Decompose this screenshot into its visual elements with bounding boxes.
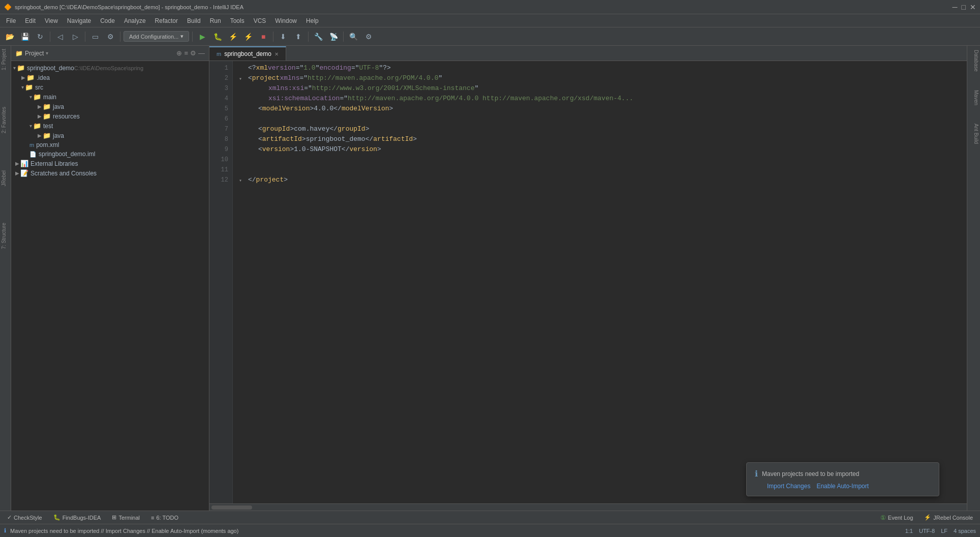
menu-tools[interactable]: Tools [226,16,249,26]
tree-root[interactable]: ▾ 📁 springboot_demo C:\IDEA\DemoSpace\sp… [11,63,209,73]
project-folder-icon: 📁 [15,50,23,57]
checkstyle-label: CheckStyle [14,515,42,521]
bottom-tab-findbugs[interactable]: 🐛 FindBugs-IDEA [48,512,106,524]
tree-external-libraries[interactable]: ▶ 📊 External Libraries [11,159,209,168]
sidebar-antbuild-tab[interactable]: Ant Build [967,120,980,148]
menu-code[interactable]: Code [96,16,119,26]
toolbar-run2-btn[interactable]: ⚡ [226,30,239,43]
sidebar-maven-tab[interactable]: Maven [967,86,980,109]
sidebar-database-tab[interactable]: Database [967,46,980,76]
import-notification: ℹ Maven projects need to be imported Imp… [746,462,939,496]
project-settings-btn[interactable]: ⚙ [190,49,196,57]
status-position[interactable]: 1:1 [905,528,913,534]
project-close-btn[interactable]: — [198,49,205,57]
toolbar-gear-btn[interactable]: ⚙ [104,30,117,43]
toolbar-search-btn[interactable]: 🔍 [347,30,360,43]
toolbar-save-btn[interactable]: 💾 [18,30,32,43]
root-name: springboot_demo [27,65,74,72]
line-num-3: 3 [211,83,228,94]
extlib-arrow-icon: ▶ [13,161,19,166]
toolbar-settings-btn[interactable]: ⚙ [362,30,375,43]
project-dropdown-icon[interactable]: ▾ [46,50,48,56]
toolbar-build-btn[interactable]: ⬇ [277,30,290,43]
sidebar-project-tab[interactable]: 1: Project [0,46,11,73]
toolbar-back-btn[interactable]: ◁ [53,30,67,43]
tree-test[interactable]: ▾ 📁 test [11,121,209,131]
sidebar-favorites-tab[interactable]: 2: Favorites [0,104,11,136]
toolbar-stop-btn[interactable]: ■ [257,30,270,43]
toolbar-run-btn[interactable]: ▶ [196,30,209,43]
bottom-tab-terminal[interactable]: ⊞ Terminal [107,512,145,524]
sidebar-structure-tab[interactable]: 7: Structure [0,220,11,252]
java-folder-icon: 📁 [43,103,51,110]
code-line-4: xsi:schemaLocation="http://maven.apache.… [239,94,961,104]
toolbar-tools-btn[interactable]: 🔧 [312,30,325,43]
project-locate-btn[interactable]: ⊕ [176,49,182,57]
menu-window[interactable]: Window [271,16,301,26]
status-encoding[interactable]: UTF-8 [919,528,935,534]
menu-analyze[interactable]: Analyze [120,16,150,26]
toolbar-forward-btn[interactable]: ▷ [69,30,82,43]
tree-java[interactable]: ▶ 📁 java [11,102,209,111]
eventlog-label: Event Log [888,515,913,521]
status-indent[interactable]: 4 spaces [954,528,976,534]
code-line-1: <?xml version="1.0" encoding="UTF-8" ?> [239,63,961,73]
menu-file[interactable]: File [2,16,20,26]
toolbar-open-btn[interactable]: 📂 [3,30,16,43]
toolbar-remote-btn[interactable]: 📡 [327,30,340,43]
bottom-tabs-bar: ✓ CheckStyle 🐛 FindBugs-IDEA ⊞ Terminal … [0,511,980,524]
tree-scratches[interactable]: ▶ 📝 Scratches and Consoles [11,168,209,178]
fold-icon-2[interactable]: ▾ [239,74,247,82]
maximize-btn[interactable]: □ [962,3,966,11]
toolbar-view-btn[interactable]: ▭ [88,30,102,43]
fold-icon-6 [239,115,247,123]
tree-test-java[interactable]: ▶ 📁 java [11,131,209,140]
tree-idea[interactable]: ▶ 📁 .idea [11,73,209,82]
menu-view[interactable]: View [41,16,62,26]
bottom-tab-jrebel[interactable]: ⚡ JRebel Console [919,512,978,524]
close-btn[interactable]: ✕ [970,3,976,11]
horizontal-scrollbar[interactable] [209,503,967,511]
menu-edit[interactable]: Edit [21,16,40,26]
toolbar-sync-btn[interactable]: ↻ [34,30,47,43]
import-changes-link[interactable]: Import Changes [767,483,810,490]
line-numbers: 1 2 3 4 5 6 7 8 9 10 11 12 [209,61,233,503]
menu-help[interactable]: Help [302,16,323,26]
menu-run[interactable]: Run [206,16,225,26]
tab-close-btn[interactable]: ✕ [274,51,279,57]
add-configuration-btn[interactable]: Add Configuration... ▾ [124,31,189,42]
menu-build[interactable]: Build [183,16,205,26]
bottom-tab-todo[interactable]: ≡ 6: TODO [146,512,183,524]
menu-vcs[interactable]: VCS [250,16,270,26]
toolbar: 📂 💾 ↻ ◁ ▷ ▭ ⚙ Add Configuration... ▾ ▶ 🐛… [0,27,980,46]
project-collapse-btn[interactable]: ≡ [184,49,188,57]
editor-tab-pomxml[interactable]: m springboot_demo ✕ [209,46,286,61]
fold-icon-3 [239,84,247,93]
idea-arrow-icon: ▶ [21,75,25,80]
tree-main[interactable]: ▾ 📁 main [11,92,209,102]
tree-resources[interactable]: ▶ 📁 resources [11,111,209,121]
status-linesep[interactable]: LF [941,528,947,534]
menu-refactor[interactable]: Refactor [151,16,182,26]
toolbar-upload-btn[interactable]: ⬆ [292,30,305,43]
enable-autoimport-link[interactable]: Enable Auto-Import [816,483,869,490]
scrollbar-thumb[interactable] [211,505,252,510]
tree-iml[interactable]: 📄 springboot_demo.iml [11,150,209,159]
window-controls[interactable]: ─ □ ✕ [953,3,976,11]
title-bar: 🔶 springboot_demo [C:\IDEA\DemoSpace\spr… [0,0,980,14]
right-sidebar: Database Maven Ant Build [967,46,980,511]
bottom-tab-eventlog[interactable]: ① Event Log [875,512,918,524]
fold-icon-12[interactable]: ▾ [239,176,247,184]
code-content[interactable]: <?xml version="1.0" encoding="UTF-8" ?> … [233,61,967,503]
toolbar-coverage-btn[interactable]: ⚡ [241,30,255,43]
minimize-btn[interactable]: ─ [953,3,958,11]
tree-src[interactable]: ▾ 📁 src [11,82,209,92]
status-bar: ℹ Maven projects need to be imported // … [0,524,980,537]
bottom-tab-checkstyle[interactable]: ✓ CheckStyle [2,512,47,524]
terminal-icon: ⊞ [112,514,116,521]
tree-pom[interactable]: m pom.xml [11,140,209,150]
menu-navigate[interactable]: Navigate [63,16,95,26]
toolbar-debug-btn[interactable]: 🐛 [211,30,224,43]
sidebar-jrebel-tab[interactable]: JRebel [0,167,11,189]
code-line-8: <artifactId> springboot_demo </artifactI… [239,134,961,144]
